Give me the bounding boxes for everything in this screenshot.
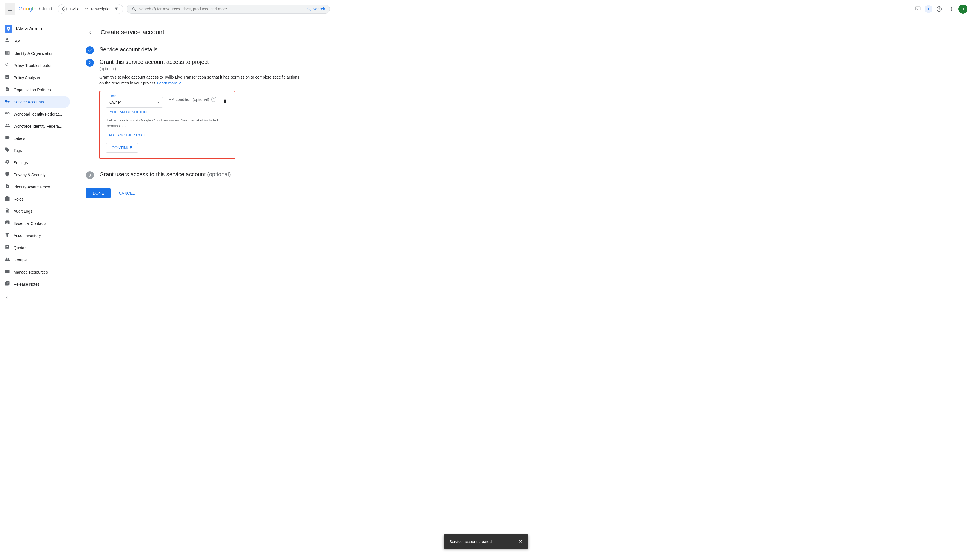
step2-row: 2 Grant this service account access to p… [86, 59, 301, 171]
sidebar-item-org-policies[interactable]: Organization Policies [0, 83, 70, 96]
sidebar-collapse-button[interactable] [0, 292, 72, 303]
sidebar-label-release-notes: Release Notes [13, 282, 40, 287]
sidebar-item-essential-contacts[interactable]: Essential Contacts [0, 217, 70, 230]
menu-button[interactable]: ☰ [5, 3, 15, 15]
policy-troubleshooter-icon [5, 62, 10, 69]
sidebar-item-manage-resources[interactable]: Manage Resources [0, 266, 70, 278]
sidebar-item-asset-inventory[interactable]: Asset Inventory [0, 230, 70, 242]
continue-button[interactable]: CONTINUE [106, 143, 138, 153]
sidebar-item-groups[interactable]: Groups [0, 254, 70, 266]
terminal-button[interactable] [912, 3, 924, 15]
sidebar-item-iam[interactable]: IAM [0, 35, 70, 47]
step1-row: Service account details [86, 46, 301, 59]
google-logo-text: Google [18, 6, 37, 12]
sidebar-item-policy-troubleshooter[interactable]: Policy Troubleshooter [0, 59, 70, 72]
step2-subtitle: (optional) [100, 67, 301, 71]
sidebar-item-quotas[interactable]: Quotas [0, 242, 70, 254]
step1-circle [86, 46, 94, 54]
step3-content: Grant users access to this service accou… [100, 171, 301, 179]
sidebar-item-policy-analyzer[interactable]: Policy Analyzer [0, 72, 70, 83]
sidebar-item-identity-org[interactable]: Identity & Organization [0, 47, 70, 59]
step2-number: 2 [89, 60, 91, 65]
iam-admin-icon [5, 25, 12, 33]
step1-title: Service account details [100, 46, 301, 53]
snackbar-message: Service account created [449, 539, 492, 544]
role-select-wrapper: Owner [106, 97, 163, 108]
more-vert-icon [949, 6, 954, 12]
learn-more-link[interactable]: Learn more ↗ [157, 81, 182, 85]
role-select[interactable]: Owner [106, 97, 163, 108]
service-accounts-icon [5, 98, 10, 105]
search-button[interactable]: Search [307, 7, 325, 11]
app-layout: IAM & Admin IAM Identity & Organization … [0, 18, 972, 560]
terminal-icon [915, 6, 920, 12]
sidebar-item-identity-aware-proxy[interactable]: Identity-Aware Proxy [0, 181, 70, 193]
sidebar-label-iam: IAM [13, 39, 21, 43]
sidebar-label-privacy-security: Privacy & Security [13, 173, 46, 177]
user-avatar[interactable]: J [959, 5, 967, 13]
step3-circle: 3 [86, 171, 94, 179]
sidebar-label-labels: Labels [13, 136, 25, 141]
sidebar-item-tags[interactable]: Tags [0, 144, 70, 157]
header-actions: 1 J [912, 3, 967, 15]
project-selector[interactable]: Twilio Live Transcription ▼ [58, 4, 123, 14]
step1-connector [90, 54, 90, 59]
release-notes-icon [5, 281, 10, 287]
cloud-text: Cloud [38, 6, 52, 12]
step3-optional: (optional) [207, 171, 230, 177]
google-cloud-logo: Google Cloud [18, 6, 52, 12]
workload-identity-icon [5, 111, 10, 117]
svg-point-6 [951, 10, 952, 11]
groups-icon [5, 257, 10, 263]
workforce-identity-icon [5, 123, 10, 129]
snackbar-close-button[interactable]: ✕ [518, 538, 523, 545]
sidebar-item-settings[interactable]: Settings [0, 157, 70, 169]
sidebar-item-privacy-security[interactable]: Privacy & Security [0, 169, 70, 181]
done-button[interactable]: DONE [86, 188, 111, 198]
sidebar-item-audit-logs[interactable]: Audit Logs [0, 205, 70, 217]
sidebar-label-essential-contacts: Essential Contacts [13, 221, 46, 226]
step3-title: Grant users access to this service accou… [100, 171, 301, 178]
role-row: Role Owner IAM condition (optional) ? [106, 97, 229, 108]
search-btn-icon [307, 7, 312, 11]
delete-role-button[interactable] [221, 97, 229, 106]
more-options-button[interactable] [946, 3, 957, 15]
sidebar-item-workload-identity[interactable]: Workload Identity Federat... [0, 108, 70, 120]
manage-resources-icon [5, 269, 10, 275]
quotas-icon [5, 244, 10, 251]
add-another-role-button[interactable]: + ADD ANOTHER ROLE [106, 132, 146, 138]
sidebar-item-labels[interactable]: Labels [0, 132, 70, 144]
iam-icon [5, 38, 10, 44]
notification-badge[interactable]: 1 [925, 5, 932, 13]
policy-analyzer-icon [5, 74, 10, 81]
search-bar[interactable]: Search [127, 5, 330, 13]
identity-org-icon [5, 50, 10, 57]
sidebar-label-policy-analyzer: Policy Analyzer [13, 75, 40, 80]
sidebar-label-service-accounts: Service Accounts [13, 100, 44, 104]
step1-indicator-col [86, 46, 94, 59]
search-input[interactable] [139, 7, 305, 11]
asset-inventory-icon [5, 232, 10, 239]
step3-row: 3 Grant users access to this service acc… [86, 171, 301, 179]
iam-condition-help-icon[interactable]: ? [211, 97, 217, 102]
sidebar-item-service-accounts[interactable]: Service Accounts [0, 96, 70, 108]
back-button[interactable] [86, 27, 96, 37]
sidebar-label-groups: Groups [13, 258, 27, 262]
sidebar-header: IAM & Admin [0, 20, 72, 35]
add-iam-condition-button[interactable]: + ADD IAM CONDITION [107, 110, 147, 114]
page-header: Create service account [86, 27, 959, 37]
help-button[interactable] [934, 3, 945, 15]
step3-indicator-col: 3 [86, 171, 94, 179]
sidebar-label-identity-aware-proxy: Identity-Aware Proxy [13, 185, 50, 189]
project-name: Twilio Live Transcription [70, 7, 112, 11]
sidebar-item-release-notes[interactable]: Release Notes [0, 278, 70, 290]
sidebar-label-workforce-identity: Workforce Identity Federa... [13, 124, 62, 128]
step3-number: 3 [89, 173, 91, 177]
cancel-button[interactable]: CANCEL [114, 188, 139, 198]
sidebar-item-roles[interactable]: Roles [0, 193, 70, 205]
sidebar-item-workforce-identity[interactable]: Workforce Identity Federa... [0, 120, 70, 132]
sidebar-label-settings: Settings [13, 160, 28, 165]
step2-title: Grant this service account access to pro… [100, 59, 301, 65]
sidebar-label-policy-troubleshooter: Policy Troubleshooter [13, 63, 52, 68]
action-buttons: DONE CANCEL [86, 188, 301, 198]
